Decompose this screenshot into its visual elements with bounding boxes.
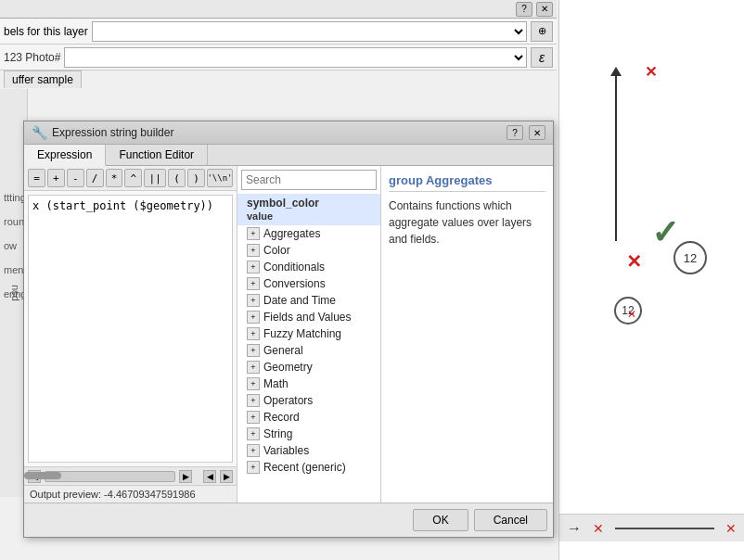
info-panel: group Aggregates Contains functions whic…: [381, 166, 553, 503]
h-scrollbar-track[interactable]: [45, 471, 175, 482]
op-pipe[interactable]: ||: [144, 169, 166, 187]
photo-select[interactable]: [64, 47, 527, 68]
datetime-label: Date and Time: [263, 294, 336, 307]
dialog-close-btn[interactable]: ✕: [529, 125, 545, 140]
expand-fields[interactable]: +: [247, 311, 260, 324]
tree-item-recent[interactable]: + Recent (generic): [237, 459, 380, 476]
tree-item-variables[interactable]: + Variables: [237, 442, 380, 459]
close-btn-top[interactable]: ✕: [536, 2, 553, 17]
selected-item-label: symbol_color: [247, 197, 319, 210]
op-minus[interactable]: -: [67, 169, 84, 187]
tree-item-operators[interactable]: + Operators: [237, 392, 380, 409]
canvas-checkmark: ✓: [651, 213, 679, 252]
expand-conversions[interactable]: +: [247, 277, 260, 290]
op-plus[interactable]: +: [47, 169, 65, 187]
op-caret[interactable]: ^: [124, 169, 142, 187]
canvas-bottom: → ✕ ✕: [559, 514, 744, 541]
expression-panel: = + - / * ^ || ( ) '\\n' x (start_point …: [24, 166, 237, 503]
expand-math[interactable]: +: [247, 377, 260, 390]
record-label: Record: [263, 411, 300, 424]
expand-variables[interactable]: +: [247, 444, 260, 457]
help-btn-top[interactable]: ?: [516, 2, 532, 17]
canvas-x-small: ✕: [627, 308, 636, 321]
layer-add-btn[interactable]: ⊕: [531, 21, 553, 42]
expression-builder-dialog: 🔧 Expression string builder ? ✕ Expressi…: [23, 121, 554, 538]
op-open-paren[interactable]: (: [168, 169, 186, 187]
canvas-circle-12: 12: [673, 241, 707, 274]
cancel-button[interactable]: Cancel: [474, 509, 547, 531]
string-label: String: [263, 427, 292, 440]
tree-item-conditionals[interactable]: + Conditionals: [237, 259, 380, 275]
expand-record[interactable]: +: [247, 411, 260, 424]
tree-item-conversions[interactable]: + Conversions: [237, 275, 380, 292]
selected-item-value: value: [247, 210, 273, 222]
arrow-head: [610, 67, 622, 76]
tree-item-aggregates[interactable]: + Aggregates: [237, 225, 380, 242]
op-newline[interactable]: '\\n': [207, 169, 233, 187]
expand-geometry[interactable]: +: [247, 361, 260, 374]
tree-list: symbol_color value + Aggregates + Color …: [237, 194, 380, 503]
expand-recent[interactable]: +: [247, 461, 260, 474]
tree-item-record[interactable]: + Record: [237, 409, 380, 426]
expand-fuzzy[interactable]: +: [247, 327, 260, 340]
canvas-red-x: ✕: [593, 521, 604, 536]
canvas-x-mark: ✕: [626, 250, 642, 273]
expand-conditionals[interactable]: +: [247, 261, 260, 274]
buffer-tab[interactable]: uffer sample: [4, 70, 82, 88]
tree-item-general[interactable]: + General: [237, 342, 380, 359]
info-text: Contains functions which aggregate value…: [389, 197, 545, 248]
ok-button[interactable]: OK: [413, 509, 468, 531]
tree-item-geometry[interactable]: + Geometry: [237, 359, 380, 375]
tab-function-editor[interactable]: Function Editor: [106, 145, 208, 165]
tree-item-fields[interactable]: + Fields and Values: [237, 309, 380, 325]
fuzzy-label: Fuzzy Matching: [263, 327, 341, 340]
photo-label: 123 Photo#: [4, 51, 60, 64]
layer-select[interactable]: [92, 21, 527, 42]
tree-item-selected[interactable]: symbol_color value: [237, 194, 380, 225]
search-input[interactable]: [241, 170, 377, 190]
expand-general[interactable]: +: [247, 344, 260, 357]
scroll-right[interactable]: ▶: [179, 470, 192, 483]
geometry-label: Geometry: [263, 361, 313, 374]
dialog-help-btn[interactable]: ?: [507, 125, 523, 140]
vertical-arrow: [615, 74, 617, 241]
op-equals[interactable]: =: [28, 169, 45, 187]
dialog-titlebar: 🔧 Expression string builder ? ✕: [24, 121, 553, 145]
expand-datetime[interactable]: +: [247, 294, 260, 307]
operators-label: Operators: [263, 394, 313, 407]
op-close-paren[interactable]: ): [187, 169, 205, 187]
tree-item-datetime[interactable]: + Date and Time: [237, 292, 380, 309]
tab-expression[interactable]: Expression: [24, 145, 106, 166]
dialog-body: = + - / * ^ || ( ) '\\n' x (start_point …: [24, 166, 553, 503]
tree-item-color[interactable]: + Color: [237, 242, 380, 259]
expr-scrollbar: ◀ ▶ ◀ ▶: [24, 466, 237, 485]
layer-label: bels for this layer: [4, 25, 88, 38]
expand-color[interactable]: +: [247, 244, 260, 257]
circle-number-1: 12: [684, 251, 697, 265]
tree-item-math[interactable]: + Math: [237, 375, 380, 392]
op-divide[interactable]: /: [86, 169, 104, 187]
canvas-arrow-right: →: [567, 520, 582, 537]
canvas-line: [615, 528, 714, 529]
op-multiply[interactable]: *: [106, 169, 123, 187]
layer-bar: bels for this layer ⊕: [0, 19, 557, 45]
fields-label: Fields and Values: [263, 311, 352, 324]
variables-label: Variables: [263, 444, 309, 457]
top-bar: ? ✕: [0, 0, 557, 19]
red-cross-top: ✕: [645, 63, 657, 81]
expression-textarea[interactable]: x (start_point ($geometry)): [28, 195, 233, 463]
h-scrollbar-thumb[interactable]: [24, 472, 61, 479]
epsilon-btn[interactable]: ε: [531, 47, 553, 68]
tree-item-string[interactable]: + String: [237, 426, 380, 442]
scroll-left-2[interactable]: ◀: [203, 470, 216, 483]
tree-item-fuzzy[interactable]: + Fuzzy Matching: [237, 325, 380, 342]
aggregates-label: Aggregates: [263, 227, 320, 240]
expand-operators[interactable]: +: [247, 394, 260, 407]
dialog-footer: OK Cancel: [24, 503, 553, 537]
expand-aggregates[interactable]: +: [247, 227, 260, 240]
output-preview: Output preview: -4.46709347591986: [24, 485, 237, 503]
color-label: Color: [263, 244, 290, 257]
expand-string[interactable]: +: [247, 427, 260, 440]
scroll-right-2[interactable]: ▶: [220, 470, 233, 483]
general-label: General: [263, 344, 303, 357]
